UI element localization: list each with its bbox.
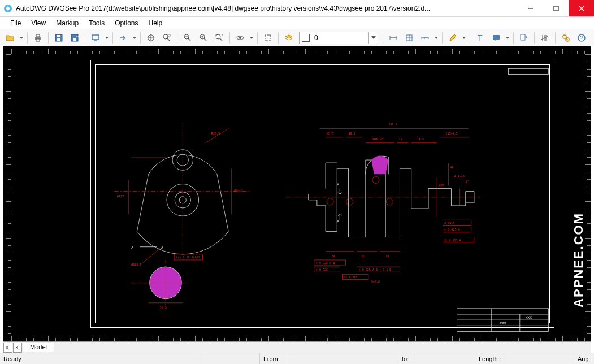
svg-point-29 (239, 37, 241, 39)
zoom-window-button[interactable] (160, 31, 174, 45)
svg-text:2-R1.5: 2-R1.5 (444, 221, 454, 224)
zoom-in-button[interactable] (197, 31, 210, 45)
svg-text:Ø117: Ø117 (117, 194, 124, 198)
svg-rect-18 (168, 34, 170, 36)
status-ready: Ready (0, 353, 203, 364)
screen-button[interactable] (89, 31, 102, 45)
find-button[interactable] (559, 31, 573, 45)
svg-text:⌖ 0.025 A: ⌖ 0.025 A (444, 228, 459, 231)
svg-line-27 (220, 38, 222, 41)
ruler-left (3, 54, 11, 333)
svg-text:28: 28 (331, 254, 335, 258)
svg-rect-12 (73, 38, 76, 41)
svg-text:S=0.8: S=0.8 (371, 280, 380, 283)
svg-text:48.5: 48.5 (348, 132, 355, 135)
svg-point-26 (216, 34, 220, 39)
orbit-button[interactable] (233, 31, 247, 45)
svg-rect-2 (554, 6, 558, 11)
layer-toggle-button[interactable] (282, 31, 296, 45)
close-button[interactable] (569, 0, 594, 16)
svg-rect-42 (493, 35, 500, 40)
screen-dropdown[interactable] (105, 37, 109, 39)
svg-text:⌖ 0.025 A-B: ⌖ 0.025 A-B (316, 261, 335, 265)
markup-dropdown[interactable] (462, 37, 466, 39)
svg-text:70±0.05: 70±0.05 (371, 137, 383, 141)
measure-area-button[interactable] (402, 31, 416, 45)
menu-options[interactable]: Options (110, 18, 142, 28)
window-title: AutoDWG DWGSee Pro 2017(d:\website\publi… (16, 5, 518, 12)
svg-line-67 (143, 249, 160, 263)
svg-text:T: T (478, 33, 483, 42)
svg-text:⌖ 0.025 A-B ⌖ 0.1 B: ⌖ 0.025 A-B ⌖ 0.1 B (359, 268, 392, 271)
svg-text:as: as (76, 34, 79, 38)
status-length-label: Length : (475, 353, 506, 364)
svg-text:?: ? (580, 35, 584, 41)
svg-text:Ø186.5: Ø186.5 (131, 263, 141, 266)
comment-button[interactable] (489, 31, 503, 45)
menu-file[interactable]: File (6, 18, 25, 28)
menu-tools[interactable]: Tools (84, 18, 109, 28)
markup-pen-button[interactable] (446, 31, 459, 45)
measure-distance-button[interactable] (387, 31, 400, 45)
save-as-button[interactable]: as (68, 31, 81, 45)
orbit-dropdown[interactable] (249, 37, 254, 39)
drawing-canvas[interactable]: R26.5 Ø54.5 Ø117 Ø186.5 A A 7/1.6 EC-020… (3, 46, 591, 341)
forward-dropdown[interactable] (132, 37, 137, 39)
svg-line-17 (167, 38, 170, 41)
tab-model[interactable]: Model (23, 343, 54, 352)
measure-continuous-button[interactable] (418, 31, 432, 45)
svg-text:48: 48 (450, 166, 453, 169)
status-to-value (415, 353, 475, 364)
title-bar: AutoDWG DWGSee Pro 2017(d:\website\publi… (0, 0, 594, 17)
status-to-label: to: (398, 353, 415, 364)
zoom-extents-button[interactable] (213, 31, 226, 45)
menu-markup[interactable]: Markup (51, 18, 83, 28)
svg-rect-43 (521, 34, 525, 40)
svg-rect-10 (57, 35, 60, 37)
svg-text:Ø30: Ø30 (439, 183, 444, 187)
toolbar: as 0 T ? (0, 29, 594, 46)
status-bar: Ready From: to: Length : Ang (0, 353, 594, 364)
svg-rect-30 (265, 35, 271, 41)
svg-rect-137 (509, 68, 549, 74)
menu-view[interactable]: View (27, 18, 50, 28)
status-spacer1 (203, 353, 260, 364)
svg-text:Ø54.5: Ø54.5 (234, 189, 242, 192)
forward-button[interactable] (116, 31, 130, 45)
menu-help[interactable]: Help (144, 18, 167, 28)
comment-dropdown[interactable] (505, 37, 510, 39)
svg-text:2-1.18: 2-1.18 (454, 174, 465, 177)
open-button[interactable] (3, 31, 17, 45)
layer-name-field: 0 (312, 34, 368, 42)
layer-color-swatch (302, 34, 310, 42)
svg-text:2°: 2° (466, 180, 469, 183)
print-button[interactable] (31, 31, 45, 45)
svg-text:21: 21 (398, 137, 402, 141)
status-length-value (506, 353, 574, 364)
ruler-bottom (11, 333, 583, 341)
open-dropdown[interactable] (19, 37, 24, 39)
help-button[interactable]: ? (575, 31, 588, 45)
maximize-button[interactable] (543, 0, 569, 16)
text-button[interactable]: T (474, 31, 487, 45)
layer-combo[interactable]: 0 (299, 32, 378, 44)
zoom-out-button[interactable] (181, 31, 194, 45)
layer-dropdown-arrow[interactable] (368, 32, 378, 44)
svg-text:74.5: 74.5 (417, 137, 424, 141)
minimize-button[interactable] (518, 0, 543, 16)
cad-drawing: R26.5 Ø54.5 Ø117 Ø186.5 A A 7/1.6 EC-020… (11, 54, 583, 333)
count-button[interactable] (538, 31, 552, 45)
measure-dropdown[interactable] (434, 37, 439, 39)
menu-bar: File View Markup Tools Options Help (0, 17, 594, 29)
tab-nav-prev[interactable] (13, 343, 22, 353)
region-button[interactable] (261, 31, 275, 45)
save-button[interactable] (52, 31, 66, 45)
tab-nav-first[interactable] (3, 343, 12, 353)
svg-text:350.1: 350.1 (388, 123, 397, 126)
tab-bar: Model (3, 341, 591, 353)
svg-text:7/1.6 EC-02012: 7/1.6 EC-02012 (176, 255, 200, 259)
export-button[interactable] (517, 31, 531, 45)
pan-button[interactable] (144, 31, 158, 45)
status-from-value (285, 353, 398, 364)
svg-text:35: 35 (361, 254, 365, 258)
